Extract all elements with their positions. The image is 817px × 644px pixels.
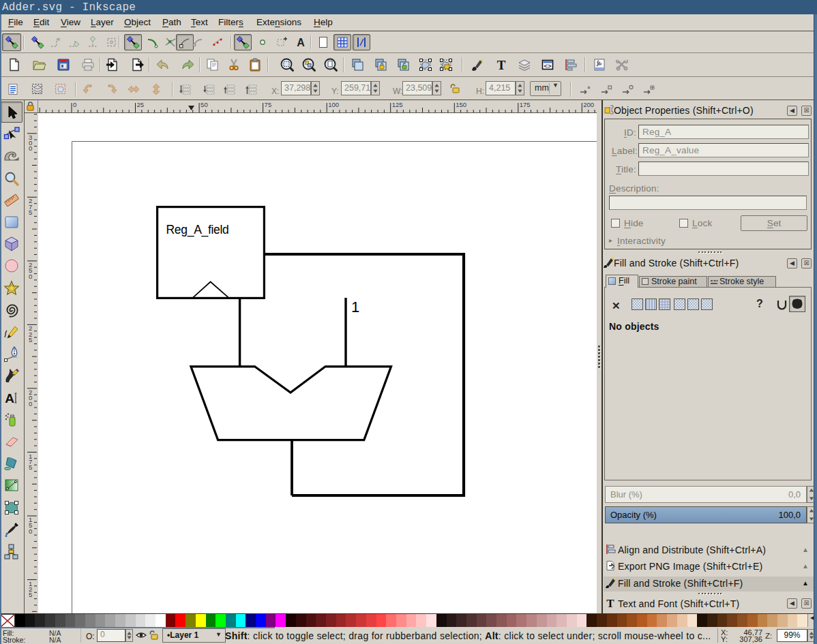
svg-text:T: T: [606, 598, 614, 609]
svg-text:0: 0: [29, 144, 32, 152]
svg-text:25: 25: [137, 101, 145, 108]
svg-text:Reg_A_field: Reg_A_field: [166, 223, 229, 237]
svg-text:A: A: [297, 37, 305, 48]
svg-text:5: 5: [29, 209, 32, 216]
svg-text:175: 175: [520, 101, 531, 108]
svg-text:5: 5: [29, 336, 32, 343]
svg-text:0: 0: [29, 527, 32, 535]
svg-text:T: T: [497, 58, 506, 72]
svg-text:100: 100: [328, 101, 339, 108]
svg-text:125: 125: [392, 101, 403, 108]
svg-text:75: 75: [265, 101, 272, 108]
svg-text:5: 5: [29, 591, 32, 598]
svg-text:A: A: [5, 391, 14, 405]
svg-text:<>: <>: [544, 62, 552, 70]
svg-text:200: 200: [583, 101, 594, 108]
svg-text:50: 50: [200, 101, 208, 108]
svg-text:0: 0: [29, 400, 32, 408]
svg-text:5: 5: [29, 463, 32, 471]
svg-text:1: 1: [351, 298, 359, 316]
svg-text:150: 150: [456, 101, 466, 108]
svg-text:0: 0: [73, 101, 76, 108]
svg-text:0: 0: [29, 273, 32, 280]
